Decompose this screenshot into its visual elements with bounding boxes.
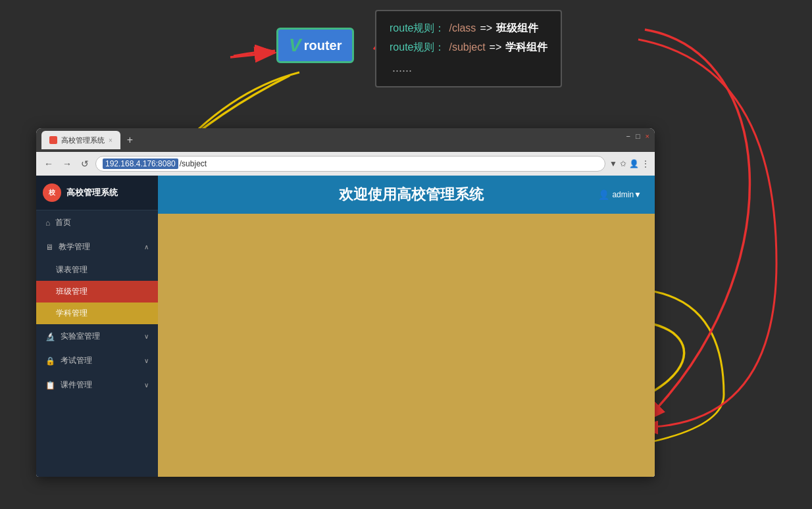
lab-icon: 🔬 xyxy=(45,332,55,341)
route-keyword-2: route规则： xyxy=(390,38,445,57)
sidebar-logo: 校 xyxy=(43,183,61,202)
exam-label: 考试管理 xyxy=(61,355,92,366)
sidebar-item-home[interactable]: ⌂ 首页 xyxy=(36,210,158,235)
sidebar-item-exam[interactable]: 🔒 考试管理 ∨ xyxy=(36,349,158,373)
back-button[interactable]: ← xyxy=(41,157,56,170)
close-button[interactable]: × xyxy=(646,132,649,140)
maximize-button[interactable]: □ xyxy=(636,132,640,140)
new-tab-button[interactable]: + xyxy=(127,134,133,146)
route-path-1: /class xyxy=(449,19,476,38)
lab-arrow-icon: ∨ xyxy=(144,333,149,340)
teaching-arrow-icon: ∧ xyxy=(144,243,149,251)
main-body xyxy=(158,214,655,477)
route-line-1: route规则： /class => 班级组件 xyxy=(390,19,547,38)
code-box: route规则： /class => 班级组件 route规则： /subjec… xyxy=(375,10,562,87)
course-label: 课件管理 xyxy=(61,379,92,391)
teaching-label: 教学管理 xyxy=(59,241,90,253)
user-avatar-icon: 👤 xyxy=(598,189,609,200)
sidebar-header: 校 高校管理系统 xyxy=(36,176,158,210)
schedule-label: 课表管理 xyxy=(56,264,88,276)
teaching-submenu: 课表管理 班级管理 学科管理 xyxy=(36,259,158,324)
teaching-icon: 🖥 xyxy=(45,243,53,252)
browser-tab[interactable]: 高校管理系统 × xyxy=(41,131,120,149)
minimize-button[interactable]: − xyxy=(626,132,630,140)
bookmark-icon[interactable]: ✩ xyxy=(620,159,626,168)
app-content: 校 高校管理系统 ⌂ 首页 🖥 教学管理 ∧ xyxy=(36,176,655,477)
main-header: 欢迎使用高校管理系统 👤 admin▼ xyxy=(158,176,655,214)
route-component-1: 班级组件 xyxy=(496,19,538,38)
toolbar-icons: ▼ ✩ 👤 ⋮ xyxy=(609,159,649,168)
sidebar-item-lab[interactable]: 🔬 实验室管理 ∨ xyxy=(36,324,158,349)
course-icon: 📋 xyxy=(45,381,55,390)
sidebar-menu: ⌂ 首页 🖥 教学管理 ∧ 课表管理 班级管 xyxy=(36,210,158,477)
tab-close-button[interactable]: × xyxy=(109,137,113,144)
router-text: router xyxy=(304,38,342,53)
main-content: 欢迎使用高校管理系统 👤 admin▼ xyxy=(158,176,655,477)
home-label: 首页 xyxy=(55,217,71,228)
sidebar: 校 高校管理系统 ⌂ 首页 🖥 教学管理 ∧ xyxy=(36,176,158,477)
menu-icon[interactable]: ⋮ xyxy=(642,159,649,168)
browser-window: 高校管理系统 × + − □ × ← → ↺ 192.168.4.176:808… xyxy=(36,128,655,477)
address-host: 192.168.4.176:8080 xyxy=(103,158,178,169)
main-title: 欢迎使用高校管理系统 xyxy=(224,185,598,205)
sidebar-title: 高校管理系统 xyxy=(66,187,118,199)
subject-label: 学科管理 xyxy=(56,308,88,319)
browser-controls: − □ × xyxy=(626,132,649,140)
sidebar-item-class[interactable]: 班级管理 xyxy=(36,281,158,303)
tab-title: 高校管理系统 xyxy=(61,135,105,145)
lab-label: 实验室管理 xyxy=(61,331,100,342)
exam-arrow-icon: ∨ xyxy=(144,357,149,364)
address-bar[interactable]: 192.168.4.176:8080 /subject xyxy=(95,156,605,172)
filter-icon[interactable]: ▼ xyxy=(609,159,617,168)
exam-icon: 🔒 xyxy=(45,356,55,366)
route-line-2: route规则： /subject => 学科组件 xyxy=(390,38,547,57)
sidebar-item-schedule[interactable]: 课表管理 xyxy=(36,259,158,281)
vue-router-badge: V router xyxy=(276,28,354,63)
user-info[interactable]: 👤 admin▼ xyxy=(598,189,642,200)
user-name: admin▼ xyxy=(612,190,642,199)
refresh-button[interactable]: ↺ xyxy=(78,157,91,170)
course-arrow-icon: ∨ xyxy=(144,381,149,389)
route-keyword-1: route规则： xyxy=(390,19,445,38)
sidebar-item-teaching[interactable]: 🖥 教学管理 ∧ xyxy=(36,235,158,259)
home-icon: ⌂ xyxy=(45,218,50,228)
route-component-2: 学科组件 xyxy=(505,38,547,57)
route-ellipsis: ...... xyxy=(390,57,547,78)
account-icon[interactable]: 👤 xyxy=(629,159,639,168)
class-label: 班级管理 xyxy=(56,286,88,297)
address-bar-row: ← → ↺ 192.168.4.176:8080 /subject ▼ ✩ 👤 … xyxy=(36,152,655,176)
route-path-2: /subject xyxy=(449,38,485,57)
forward-button[interactable]: → xyxy=(60,157,74,170)
address-path: /subject xyxy=(180,159,207,168)
browser-chrome: 高校管理系统 × + − □ × xyxy=(36,128,655,152)
sidebar-item-subject[interactable]: 学科管理 xyxy=(36,303,158,324)
sidebar-item-course[interactable]: 📋 课件管理 ∨ xyxy=(36,373,158,397)
vue-v-logo: V xyxy=(289,35,301,56)
tab-favicon xyxy=(49,136,57,144)
